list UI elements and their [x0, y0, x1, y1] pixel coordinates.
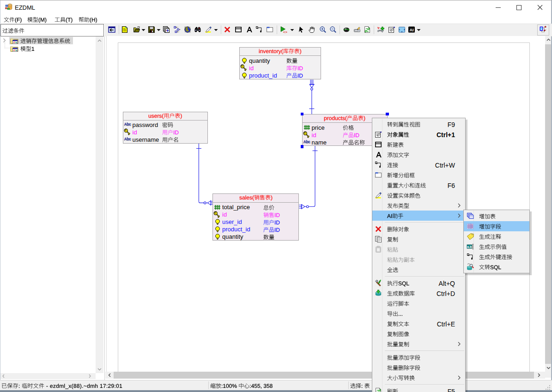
svg-text:<>: <> [283, 30, 287, 34]
svg-text:a.b: a.b [467, 245, 472, 248]
svg-text:AI: AI [410, 28, 414, 32]
